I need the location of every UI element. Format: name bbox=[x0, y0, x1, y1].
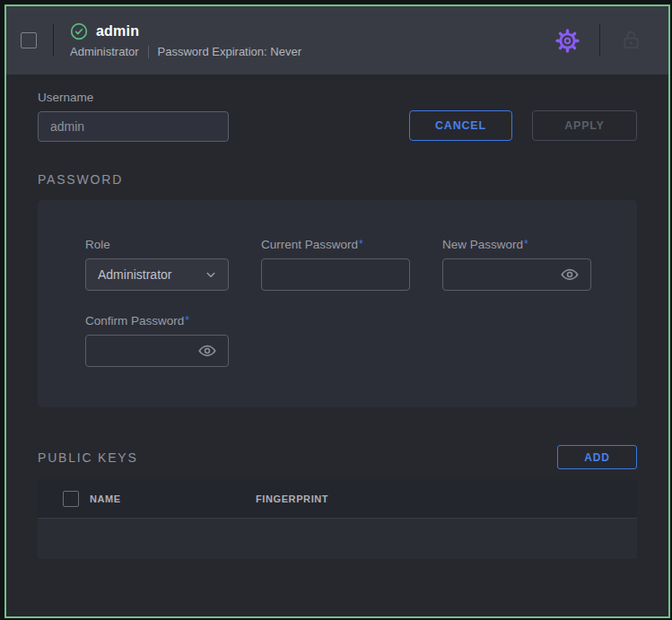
role-select[interactable]: Administrator bbox=[85, 258, 229, 291]
new-password-field: New Password* bbox=[442, 238, 591, 291]
header-divider bbox=[53, 24, 54, 57]
username-field: Username bbox=[38, 91, 229, 142]
required-marker: * bbox=[524, 238, 528, 250]
username-label: Username bbox=[38, 91, 229, 104]
check-circle-icon bbox=[70, 22, 88, 40]
password-expiration-text: Password Expiration: Never bbox=[158, 45, 301, 58]
chevron-down-icon bbox=[203, 266, 219, 283]
new-password-label: New Password bbox=[442, 238, 523, 251]
column-header-name: NAME bbox=[90, 493, 256, 504]
user-details-panel: admin Administrator Password Expiration:… bbox=[4, 4, 670, 618]
form-actions: CANCEL APPLY bbox=[409, 110, 637, 141]
user-select-checkbox[interactable] bbox=[21, 32, 37, 48]
unlock-icon bbox=[620, 29, 643, 52]
select-all-checkbox[interactable] bbox=[63, 491, 79, 507]
toggle-new-password-visibility-button[interactable] bbox=[556, 265, 583, 284]
toggle-confirm-password-visibility-button[interactable] bbox=[194, 341, 221, 361]
eye-icon bbox=[560, 265, 580, 284]
role-label: Role bbox=[85, 238, 229, 251]
password-card: Role Administrator Current Password* bbox=[38, 200, 637, 407]
header-titles: admin Administrator Password Expiration:… bbox=[70, 22, 301, 58]
confirm-password-label: Confirm Password bbox=[85, 314, 184, 327]
confirm-password-input[interactable] bbox=[86, 336, 194, 366]
current-password-field: Current Password* bbox=[261, 238, 410, 291]
subtitle-divider bbox=[148, 46, 149, 58]
current-password-input[interactable] bbox=[262, 259, 402, 290]
current-password-label: Current Password bbox=[261, 238, 358, 251]
required-marker: * bbox=[359, 238, 363, 250]
user-header: admin Administrator Password Expiration:… bbox=[6, 6, 668, 74]
role-field: Role Administrator bbox=[85, 238, 229, 291]
add-public-key-button[interactable]: ADD bbox=[557, 445, 637, 469]
empty-table-row bbox=[38, 519, 637, 559]
username-input[interactable] bbox=[38, 111, 229, 142]
settings-gear-icon[interactable] bbox=[555, 29, 580, 53]
column-header-fingerprint: FINGERPRINT bbox=[256, 493, 328, 504]
actions-divider bbox=[599, 24, 600, 57]
table-header-row: NAME FINGERPRINT bbox=[38, 479, 637, 519]
username-title: admin bbox=[96, 23, 139, 39]
public-keys-table: NAME FINGERPRINT bbox=[38, 479, 637, 559]
eye-icon bbox=[197, 341, 217, 361]
cancel-button[interactable]: CANCEL bbox=[409, 110, 512, 141]
user-role-text: Administrator bbox=[70, 45, 139, 58]
public-keys-title: PUBLIC KEYS bbox=[38, 450, 138, 465]
user-form: Username CANCEL APPLY PASSWORD Role Admi… bbox=[6, 91, 668, 559]
new-password-input[interactable] bbox=[443, 259, 556, 290]
role-selected-value: Administrator bbox=[98, 267, 171, 282]
public-keys-header: PUBLIC KEYS ADD bbox=[38, 445, 637, 469]
header-actions bbox=[555, 24, 643, 57]
confirm-password-field: Confirm Password* bbox=[85, 314, 229, 367]
required-marker: * bbox=[185, 314, 189, 327]
apply-button[interactable]: APPLY bbox=[532, 110, 637, 141]
password-section-title: PASSWORD bbox=[38, 172, 637, 187]
